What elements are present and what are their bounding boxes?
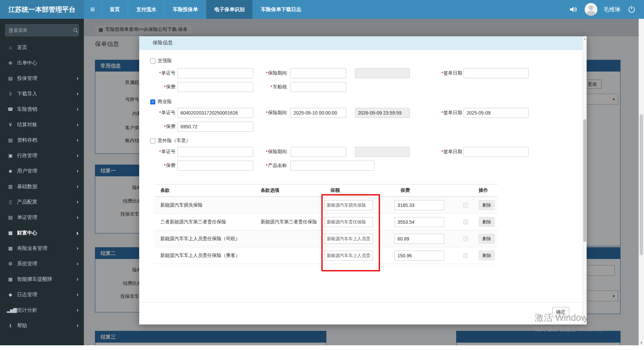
sidebar-item-archive[interactable]: ▤资料存档›: [0, 132, 84, 148]
sidebar-item-home[interactable]: ⌂首页: [0, 40, 84, 55]
table-row: 新能源汽车车上人员责任保险（司机） 删除: [154, 230, 498, 247]
ywx-period-end-input[interactable]: [355, 147, 410, 157]
sidebar-item-product-config[interactable]: ▯产品配置›: [0, 194, 84, 210]
ywx-period-start-input[interactable]: [290, 147, 346, 157]
gear-icon: ⚙: [7, 261, 14, 266]
premium-input[interactable]: [394, 217, 444, 227]
clause-table: 条款 条款选项 保额 保费 操作 新能源汽车损失保险 删除 三者新能源汽车第三者…: [154, 184, 498, 264]
user-avatar[interactable]: [585, 3, 597, 16]
tab-epolicy-recognition[interactable]: 电子保单识别: [206, 0, 253, 19]
sidebar-search-input[interactable]: [5, 28, 73, 33]
table-row: 三者新能源汽车第三者责任保险 新能源汽车第三者责任保险 删除: [154, 214, 498, 230]
premium-input[interactable]: [394, 234, 444, 244]
jqx-policy-no-input[interactable]: [177, 68, 253, 78]
accident-insurance-checkbox[interactable]: [150, 138, 155, 143]
sidebar-item-certificate-mgmt[interactable]: ▤单证管理›: [0, 210, 84, 225]
sidebar-item-settlement[interactable]: ¥结算对账›: [0, 117, 84, 132]
commercial-insurance-checkbox[interactable]: [150, 99, 155, 104]
row-checkbox[interactable]: [463, 236, 468, 241]
app-window: 江苏统一本部管理平台 ≡ 首页 支付流水 车险投保单 电子保单识别 车险保单下载…: [0, 0, 644, 350]
chevron-right-icon: ›: [76, 322, 78, 329]
sidebar-item-smart-move-car-sign[interactable]: ▦智能挪车提醒牌›: [0, 271, 84, 287]
syx-sign-date-input[interactable]: [464, 108, 529, 118]
chevron-right-icon: ›: [76, 183, 78, 190]
sidebar-item-wealth-center[interactable]: ▦财富中心›: [0, 225, 84, 240]
username[interactable]: 毛维琳: [603, 6, 621, 13]
document-icon: ▤: [7, 76, 14, 81]
chevron-right-icon: ›: [76, 245, 78, 252]
sidebar-item-help[interactable]: ℹ帮助›: [0, 318, 84, 333]
row-checkbox[interactable]: [463, 253, 468, 258]
confirm-button[interactable]: 确定: [552, 307, 569, 317]
amount-input[interactable]: [324, 251, 373, 261]
ywx-premium-input[interactable]: [177, 161, 253, 171]
row-checkbox[interactable]: [463, 220, 468, 224]
jqx-premium-input[interactable]: [177, 82, 253, 92]
clause-name: 新能源汽车损失保险: [154, 202, 255, 208]
accident-insurance-section: 意外险（车意）: [150, 138, 191, 144]
delete-button[interactable]: 删除: [479, 234, 495, 244]
period-label: 保险期间: [253, 147, 287, 157]
sidebar-item-application-mgmt[interactable]: ▤投保管理›: [0, 71, 84, 86]
syx-period-start-input[interactable]: [290, 108, 346, 118]
row-checkbox[interactable]: [463, 203, 468, 208]
ywx-policy-no-input[interactable]: [177, 147, 253, 157]
search-icon[interactable]: [73, 28, 78, 33]
power-logout-icon[interactable]: [627, 4, 637, 14]
amount-input[interactable]: [324, 200, 373, 210]
sidebar-item-system-mgmt[interactable]: ⚙系统管理›: [0, 256, 84, 271]
amount-input[interactable]: [324, 217, 373, 227]
delete-button[interactable]: 删除: [479, 200, 495, 210]
modal-scrollbar[interactable]: ▲ ▼: [583, 36, 587, 324]
sidebar-item-admin-mgmt[interactable]: ▣行政管理›: [0, 148, 84, 163]
compulsory-insurance-checkbox[interactable]: [150, 58, 155, 63]
info-icon: ℹ: [7, 323, 14, 328]
vehicle-tax-label: 车船税: [253, 82, 287, 92]
sidebar-item-download-import[interactable]: ⇩下载导入›: [0, 86, 84, 101]
page-scrollbar[interactable]: ▼: [639, 19, 644, 345]
syx-policy-no-input[interactable]: [177, 108, 253, 118]
col-clause: 条款: [154, 187, 255, 193]
hamburger-menu-icon[interactable]: ≡: [84, 0, 101, 19]
table-row: 新能源汽车损失保险 删除: [154, 197, 498, 214]
delete-button[interactable]: 删除: [479, 251, 495, 260]
tab-auto-insurance-application[interactable]: 车险投保单: [164, 0, 206, 19]
ywx-product-name-input[interactable]: [290, 161, 374, 171]
globe-icon: ⊕: [7, 60, 14, 65]
chevron-right-icon: ›: [76, 307, 78, 313]
sidebar-item-log-mgmt[interactable]: ◆日志管理›: [0, 287, 84, 302]
delete-button[interactable]: 删除: [479, 217, 495, 227]
premium-input[interactable]: [394, 251, 444, 261]
jqx-sign-date-input[interactable]: [464, 68, 529, 78]
chevron-right-icon: ›: [76, 75, 78, 82]
jqx-vehicle-tax-input[interactable]: [290, 82, 346, 92]
jqx-period-start-input[interactable]: [290, 68, 346, 78]
sidebar-item-issue-center[interactable]: ⊕出单中心: [0, 55, 84, 71]
tab-home[interactable]: 首页: [101, 0, 128, 19]
sidebar-item-statistics[interactable]: ▂▅▇统计分析›: [0, 302, 84, 318]
sign-date-label: 签单日期: [410, 68, 462, 78]
speaker-icon[interactable]: [569, 4, 579, 14]
tab-payment-flow[interactable]: 支付流水: [128, 0, 164, 19]
chevron-right-icon: ›: [76, 214, 78, 221]
ywx-sign-date-input[interactable]: [464, 147, 529, 157]
premium-input[interactable]: [394, 200, 444, 210]
chevron-right-icon: ›: [76, 199, 78, 205]
jqx-period-end-input[interactable]: [355, 68, 410, 78]
page-scrollbar-thumb[interactable]: [640, 114, 643, 255]
syx-period-end-input[interactable]: [355, 108, 410, 118]
modal-scrollbar-thumb[interactable]: [583, 119, 586, 242]
scroll-down-icon[interactable]: ▼: [639, 341, 644, 345]
sidebar-item-base-data[interactable]: ▥基础数据›: [0, 179, 84, 194]
syx-premium-input[interactable]: [177, 122, 253, 132]
clause-name: 新能源汽车车上人员责任保险（司机）: [154, 236, 255, 242]
scroll-up-icon[interactable]: ▲: [583, 37, 587, 40]
sidebar-item-auto-marketing[interactable]: ☎车险营销›: [0, 101, 84, 117]
amount-input[interactable]: [324, 234, 373, 244]
sign-date-label: 签单日期: [410, 108, 462, 118]
scroll-down-icon[interactable]: ▼: [583, 320, 587, 323]
chevron-right-icon: ›: [76, 152, 78, 159]
tab-policy-download-log[interactable]: 车险保单下载日志: [253, 0, 309, 19]
sidebar-item-user-mgmt[interactable]: ☻用户管理›: [0, 163, 84, 179]
sidebar-item-life-insurance-mgmt[interactable]: ▦寿险业务管理›: [0, 240, 84, 256]
